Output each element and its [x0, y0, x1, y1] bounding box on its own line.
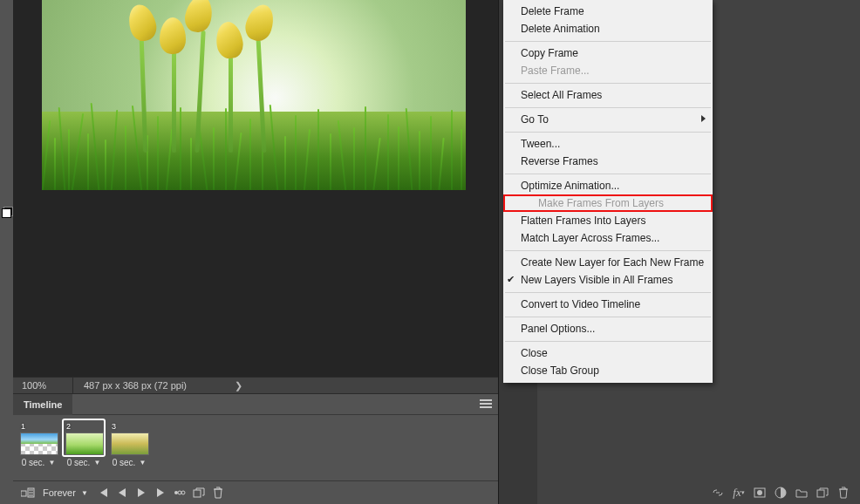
prev-frame-button[interactable]: [113, 483, 132, 502]
menu-separator: [505, 107, 711, 108]
menu-panel-options[interactable]: Panel Options...: [503, 320, 713, 337]
first-frame-button[interactable]: [93, 483, 113, 502]
chevron-down-icon: ▼: [48, 459, 55, 467]
frame-3-thumb: [111, 432, 149, 455]
link-layers-icon[interactable]: [708, 483, 727, 502]
chevron-down-icon: ▼: [139, 459, 146, 467]
document-canvas[interactable]: [42, 0, 466, 190]
panel-menu-icon[interactable]: [477, 396, 495, 413]
layer-style-icon[interactable]: fx▾: [729, 483, 748, 502]
frame-3-delay[interactable]: 0 sec.▼: [109, 455, 149, 470]
menu-match-layer-across-frames[interactable]: Match Layer Across Frames...: [503, 229, 713, 247]
new-group-icon[interactable]: [792, 483, 811, 502]
zoom-level[interactable]: 100%: [13, 380, 72, 391]
frame-1[interactable]: 1 0 sec.▼: [18, 420, 58, 470]
duplicate-frame-button[interactable]: [189, 483, 208, 502]
menu-delete-frame[interactable]: Delete Frame: [503, 3, 713, 20]
tween-button[interactable]: [170, 483, 189, 502]
menu-make-frames-from-layers: Make Frames From Layers: [503, 194, 713, 212]
svg-rect-5: [194, 490, 201, 497]
tools-toolbar: [0, 0, 13, 504]
convert-mode-icon[interactable]: [18, 483, 38, 502]
menu-separator: [505, 132, 711, 133]
menu-reverse-frames[interactable]: Reverse Frames: [503, 153, 713, 170]
status-bar: 100% 487 px x 368 px (72 ppi) ❯: [13, 377, 498, 393]
frame-1-delay[interactable]: 0 sec.▼: [18, 455, 58, 470]
next-frame-button[interactable]: [151, 483, 170, 502]
menu-separator: [505, 83, 711, 84]
menu-separator: [505, 292, 711, 293]
loop-options[interactable]: Forever▼: [38, 487, 93, 498]
menu-flatten-frames-into-layers[interactable]: Flatten Frames Into Layers: [503, 212, 713, 229]
timeline-panel-menu: Delete Frame Delete Animation Copy Frame…: [503, 0, 713, 383]
play-button[interactable]: [132, 483, 151, 502]
frame-2[interactable]: 2 0 sec.▼: [64, 420, 104, 470]
menu-tween[interactable]: Tween...: [503, 135, 713, 153]
timeline-tab[interactable]: Timeline: [13, 394, 72, 415]
chevron-right-icon[interactable]: ❯: [235, 380, 242, 392]
frame-2-thumb: [65, 432, 104, 455]
document-info-text: 487 px x 368 px (72 ppi): [84, 380, 187, 391]
svg-rect-0: [21, 491, 26, 496]
frame-2-delay[interactable]: 0 sec.▼: [64, 455, 104, 470]
menu-new-layers-visible-all-frames[interactable]: ✔ New Layers Visible in All Frames: [503, 271, 713, 289]
check-icon: ✔: [507, 274, 515, 285]
svg-point-4: [181, 491, 185, 494]
frame-number: 1: [21, 422, 25, 431]
layer-mask-icon[interactable]: [750, 483, 769, 502]
menu-create-new-layer-each-frame[interactable]: Create New Layer for Each New Frame: [503, 254, 713, 271]
menu-separator: [505, 250, 711, 251]
new-layer-icon[interactable]: [813, 483, 832, 502]
svg-point-3: [178, 491, 181, 494]
menu-convert-to-video-timeline[interactable]: Convert to Video Timeline: [503, 296, 713, 313]
menu-copy-frame[interactable]: Copy Frame: [503, 44, 713, 62]
adjustment-layer-icon[interactable]: [771, 483, 790, 502]
menu-delete-animation[interactable]: Delete Animation: [503, 20, 713, 37]
menu-close-tab-group[interactable]: Close Tab Group: [503, 362, 713, 379]
layers-footer: fx▾: [686, 480, 860, 504]
menu-separator: [505, 317, 711, 317]
frames-strip: 1 0 sec.▼ 2 0 sec.▼ 3 0 sec.▼: [13, 415, 498, 470]
frame-number: 2: [66, 422, 71, 431]
menu-optimize-animation[interactable]: Optimize Animation...: [503, 177, 713, 194]
delete-frame-button[interactable]: [208, 483, 228, 502]
menu-separator: [505, 341, 711, 342]
menu-paste-frame: Paste Frame...: [503, 62, 713, 79]
menu-go-to[interactable]: Go To: [503, 111, 713, 128]
submenu-arrow-icon: [701, 115, 706, 122]
timeline-header: Timeline: [13, 394, 498, 415]
chevron-down-icon: ▼: [81, 489, 88, 497]
menu-close[interactable]: Close: [503, 344, 713, 362]
svg-rect-9: [817, 490, 824, 497]
svg-point-7: [757, 490, 762, 495]
timeline-panel: Timeline 1 0 sec.▼ 2 0 sec.▼: [13, 393, 498, 504]
canvas-area: [13, 0, 498, 390]
frame-number: 3: [112, 422, 116, 431]
color-swatches[interactable]: [0, 203, 13, 222]
menu-separator: [505, 41, 711, 42]
highlight-annotation: Make Frames From Layers: [503, 194, 713, 212]
chevron-down-icon: ▼: [93, 459, 100, 467]
timeline-controls: Forever▼: [13, 480, 498, 504]
menu-select-all-frames[interactable]: Select All Frames: [503, 86, 713, 104]
frame-3[interactable]: 3 0 sec.▼: [109, 420, 149, 470]
document-info[interactable]: 487 px x 368 px (72 ppi) ❯: [72, 378, 242, 393]
delete-layer-icon[interactable]: [834, 483, 853, 502]
menu-separator: [505, 174, 711, 174]
svg-point-2: [174, 491, 178, 494]
